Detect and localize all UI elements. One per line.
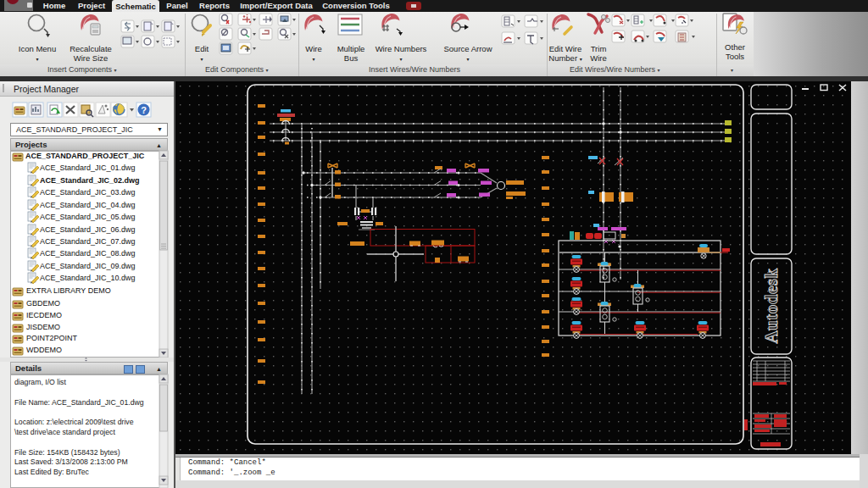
svg-text:Autodesk: Autodesk <box>761 268 782 343</box>
svg-text:?: ? <box>141 105 147 115</box>
